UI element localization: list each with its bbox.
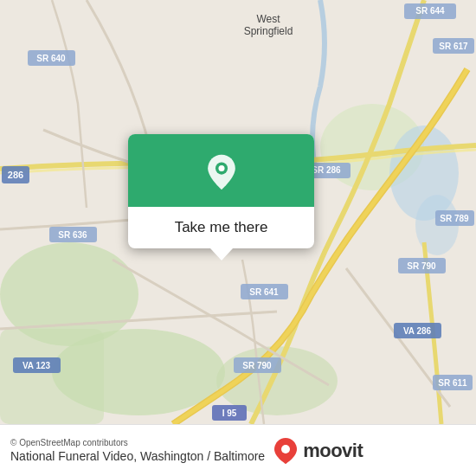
moovit-pin-icon (273, 437, 298, 465)
svg-text:VA 123: VA 123 (23, 361, 51, 370)
svg-text:VA 286: VA 286 (403, 326, 432, 336)
svg-text:SR 641: SR 641 (249, 287, 279, 297)
svg-text:SR 617: SR 617 (439, 42, 468, 51)
svg-text:286: 286 (8, 170, 23, 180)
svg-text:SR 636: SR 636 (58, 230, 87, 240)
location-title: National Funeral Video, Washington / Bal… (10, 449, 265, 463)
svg-text:SR 789: SR 789 (440, 214, 469, 223)
moovit-brand-text: moovit (303, 440, 363, 462)
svg-point-40 (281, 445, 290, 453)
popup-card: Take me there (128, 134, 314, 248)
take-me-there-button[interactable]: Take me there (128, 207, 314, 248)
moovit-logo: moovit (273, 437, 363, 465)
svg-text:Springfield: Springfield (244, 25, 293, 37)
bottom-bar: © OpenStreetMap contributors National Fu… (0, 424, 476, 476)
svg-point-39 (218, 165, 224, 171)
svg-text:SR 611: SR 611 (438, 378, 467, 388)
svg-text:SR 790: SR 790 (242, 361, 272, 370)
svg-text:SR 790: SR 790 (407, 261, 436, 271)
svg-text:SR 644: SR 644 (415, 6, 445, 16)
popup-icon-area (128, 134, 314, 207)
svg-text:SR 640: SR 640 (36, 54, 66, 63)
attribution: © OpenStreetMap contributors (10, 438, 265, 447)
svg-rect-5 (0, 329, 104, 424)
location-pin-icon (203, 153, 241, 191)
svg-text:SR 286: SR 286 (312, 165, 341, 175)
map-container: SR 644 SR 640 SR 617 286 SR 286 SR 636 S… (0, 0, 476, 424)
svg-text:I 95: I 95 (222, 408, 237, 418)
svg-text:West: West (256, 13, 280, 25)
